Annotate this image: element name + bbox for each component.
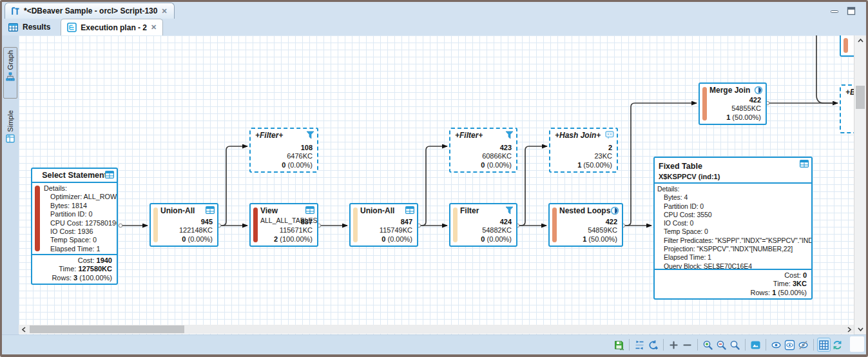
vertical-scroll-thumb[interactable] [856,86,865,109]
plan-node-partial-dashed[interactable]: +B [840,84,854,133]
plan-node-filter-plus-1[interactable]: +Filter+ 108 6476KC 0 (0.00%) [249,128,318,173]
collapse-icon[interactable] [680,338,694,352]
table-icon [405,206,414,214]
hide-icon[interactable] [796,338,810,352]
plan-node-hash-join-plus[interactable]: +Hash Join+ 2 23KC 1 (50.00%) [549,128,618,173]
node-metrics: 945 122148KC 0 (0.00%) [179,218,213,244]
plan-toolbar [2,334,866,354]
node-title: Select Statement [36,171,113,180]
tab-sql-script[interactable]: *<DBeaver Sample - orcl> Script-130 ✕ [5,3,175,19]
window-controls [830,6,856,15]
refresh-icon[interactable] [831,338,844,352]
dbeaver-window: *<DBeaver Sample - orcl> Script-130 ✕ Re… [0,0,868,357]
auto-layout-icon[interactable] [633,338,646,352]
plan-node-union-all-1[interactable]: Union-All 945 122148KC 0 (0.00%) [149,203,218,247]
show-selected-icon[interactable] [783,338,796,352]
result-tab-bar: Results Execution plan - 2 ✕ [2,19,866,35]
scroll-right-icon[interactable] [844,325,854,334]
simple-view-icon [6,134,15,143]
scroll-down-icon[interactable] [854,324,866,334]
execution-plan-canvas[interactable]: Select Statement Details: Optimizer: ALL… [19,35,854,334]
table-icon [305,206,314,214]
plan-node-partial-top[interactable] [840,35,854,57]
graph-icon [6,72,15,81]
plan-node-select-statement[interactable]: Select Statement Details: Optimizer: ALL… [31,168,118,285]
vertical-scrollbar[interactable] [854,35,866,334]
plan-node-merge-join[interactable]: Merge Join 422 54855KC 1 (50.00%) [699,82,767,125]
save-icon[interactable] [612,338,626,352]
close-icon[interactable]: ✕ [151,24,157,31]
plan-node-union-all-2[interactable]: Union-All 847 115749KC 0 (0.00%) [349,203,418,247]
zoom-original-icon[interactable] [728,338,742,352]
node-title: Fixed Table [659,162,702,171]
horizontal-scroll-thumb[interactable] [30,325,184,333]
show-all-icon[interactable] [769,338,783,352]
plan-node-filter-plus-2[interactable]: +Filter+ 423 60866KC 0 (0.00%) [449,128,517,173]
filter-funnel-icon [306,131,314,139]
plan-node-nested-loops[interactable]: Nested Loops 422 54859KC 1 (50.00%) [548,203,623,247]
filter-funnel-icon [505,206,514,215]
minimize-icon[interactable] [830,7,839,15]
plan-node-fixed-table[interactable]: Fixed Table X$KSPPCV (ind:1) Details: By… [653,157,813,300]
node-metrics: 422 54855KC 1 (50.00%) [726,96,761,122]
scrollbar-corner [850,336,864,352]
loop-half-circle-icon [754,86,763,95]
sidebar-item-graph[interactable]: Graph [3,47,17,99]
table-icon [105,171,114,179]
execution-plan-icon [67,23,77,32]
minimap-icon[interactable] [749,338,762,352]
plan-node-view[interactable]: View ALL_ALL_TABLES 837 115671KC 2 (100.… [249,203,318,247]
editor-tab-title: *<DBeaver Sample - orcl> Script-130 [24,6,157,15]
grid-toggle-icon[interactable] [817,338,831,352]
node-metrics: 424 54882KC 0 (0.00%) [481,218,512,244]
editor-tab-bar: *<DBeaver Sample - orcl> Script-130 ✕ [2,2,866,19]
maximize-icon[interactable] [847,6,856,15]
zoom-out-icon[interactable] [715,338,728,352]
expand-icon[interactable] [667,338,680,352]
cost-bar [35,186,40,251]
sidebar-item-simple[interactable]: Simple [3,108,17,160]
node-metrics: 2 23KC 1 (50.00%) [577,144,612,170]
results-table-icon [8,23,18,32]
node-metrics: Cost: 0 Time: 3KC Rows: 1 (50.00%) [655,269,811,299]
scroll-left-icon[interactable] [19,325,28,334]
plan-node-filter[interactable]: Filter 424 54882KC 0 (0.00%) [449,203,517,247]
close-icon[interactable]: ✕ [161,8,167,15]
node-subtitle: X$KSPPCV (ind:1) [659,173,807,180]
reset-layout-icon[interactable] [646,338,660,352]
node-metrics: 422 54859KC 1 (50.00%) [583,218,617,244]
filter-funnel-icon [505,131,514,139]
view-switch-sidebar: Graph Simple [2,35,19,334]
zoom-in-icon[interactable] [701,338,715,352]
node-metrics: 847 115749KC 0 (0.00%) [380,218,412,244]
table-icon [800,160,809,168]
scroll-up-icon[interactable] [854,35,866,46]
node-metrics: Cost: 1940 Time: 127580KC Rows: 3 (100.0… [32,254,117,284]
node-metrics: 108 6476KC 0 (0.00%) [282,144,313,170]
loop-half-circle-icon [610,206,619,215]
node-metrics: 837 115671KC 2 (100.00%) [274,218,313,244]
table-icon [206,206,215,214]
tab-execution-plan[interactable]: Execution plan - 2 ✕ [61,19,163,35]
tab-results[interactable]: Results [2,19,61,35]
join-callout-icon [605,131,614,139]
sql-script-icon [10,6,20,16]
horizontal-scrollbar[interactable] [19,325,854,334]
node-metrics: 423 60866KC 0 (0.00%) [481,144,512,170]
